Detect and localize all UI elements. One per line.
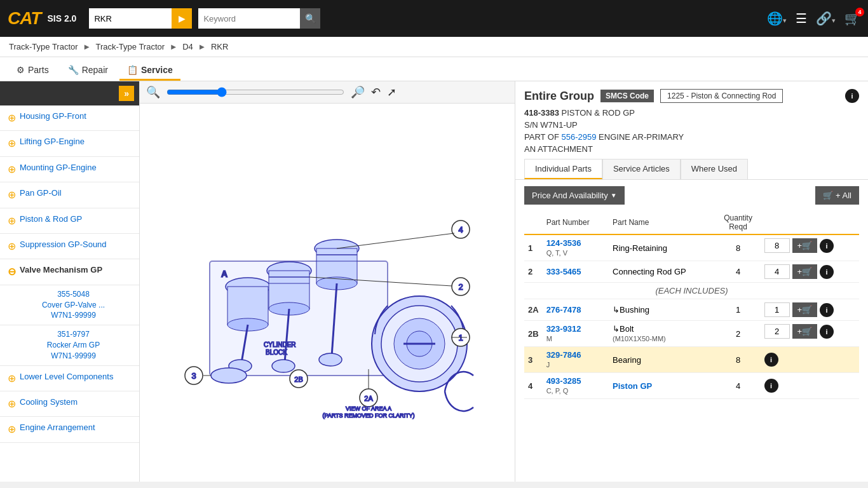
svg-text:(PARTS REMOVED FOR CLARITY): (PARTS REMOVED FOR CLARITY) — [322, 412, 414, 419]
sidebar-item-label: Pan GP-Oil — [20, 187, 62, 199]
col-qty-reqd: QuantityReqd — [715, 211, 762, 234]
sidebar-item-suppression[interactable]: ⊕ Suppression GP-Sound — [0, 234, 139, 259]
cart-icon[interactable]: 🛒 4 — [844, 11, 860, 26]
plus-icon: ⊕ — [8, 214, 16, 228]
group-info-button[interactable]: i — [845, 89, 859, 103]
dropdown-arrow-icon: ▼ — [611, 192, 617, 199]
sidebar-item-piston-rod[interactable]: ⊕ Piston & Rod GP — [0, 208, 139, 234]
each-includes-row: (EACH INCLUDES) — [524, 283, 859, 299]
menu-icon[interactable]: ☰ — [796, 11, 807, 26]
sidebar-item-housing-front[interactable]: ⊕ Housing GP-Front — [0, 105, 139, 131]
sidebar-item-label: Lower Level Components — [20, 371, 113, 383]
sidebar-collapse-button[interactable]: » — [119, 86, 134, 101]
part-info-row1: 418-3383 PISTON & ROD GP — [524, 108, 859, 118]
part-name-link[interactable]: Piston GP — [613, 381, 652, 391]
globe-icon[interactable]: 🌐▾ — [767, 11, 787, 26]
sidebar-item-mounting-engine[interactable]: ⊕ Mounting GP-Engine — [0, 157, 139, 182]
svg-text:A: A — [221, 269, 227, 279]
add-to-cart-button[interactable]: +🛒 — [792, 264, 818, 279]
sidebar-item-cooling-system[interactable]: ⊕ Cooling System — [0, 391, 139, 417]
rkr-search-input[interactable]: RKR — [89, 10, 172, 27]
tab-parts[interactable]: ⚙ Parts — [9, 61, 57, 81]
sidebar-item-label: Suppression GP-Sound — [20, 239, 107, 250]
sidebar-item-lower-level[interactable]: ⊕ Lower Level Components — [0, 366, 139, 391]
zoom-slider[interactable] — [166, 87, 344, 97]
plus-icon: ⊕ — [8, 240, 16, 254]
breadcrumb-track-type-2[interactable]: Track-Type Tractor — [96, 42, 165, 51]
smcs-value: 1225 - Piston & Connecting Rod — [660, 89, 783, 103]
part-info-button[interactable]: i — [820, 265, 834, 279]
part-number-link[interactable]: 329-7846 — [546, 350, 581, 360]
add-to-cart-button[interactable]: +🛒 — [792, 302, 818, 317]
part-info-button[interactable]: i — [820, 325, 834, 339]
row-number: 2A — [524, 299, 543, 321]
part-number-cell: 329-7846 J — [543, 347, 609, 373]
part-info-button[interactable]: i — [764, 353, 778, 367]
add-all-button[interactable]: 🛒 + All — [815, 186, 859, 205]
group-title-row: Entire Group SMCS Code 1225 - Piston & C… — [524, 89, 859, 103]
plus-icon: ⊕ — [8, 188, 16, 202]
svg-line-30 — [337, 233, 454, 248]
panel-tab-individual-parts[interactable]: Individual Parts — [524, 159, 602, 179]
tab-repair-label: Repair — [82, 65, 108, 75]
parts-table: Part Number Part Name QuantityReqd 1 124… — [524, 211, 859, 399]
qty-input[interactable] — [764, 302, 790, 317]
part-info-button[interactable]: i — [820, 303, 834, 317]
add-to-cart-button[interactable]: +🛒 — [792, 238, 818, 253]
svg-text:2B: 2B — [294, 376, 302, 383]
tab-repair[interactable]: 🔧 Repair — [60, 61, 116, 81]
sidebar-sub-355-5048[interactable]: 355-5048 Cover GP-Valve ... W7N1-99999 — [0, 285, 139, 325]
external-link-button[interactable]: ➚ — [387, 85, 397, 99]
sub-part-sn: W7N1-99999 — [14, 310, 133, 321]
svg-text:CYLINDER: CYLINDER — [264, 341, 296, 348]
svg-point-13 — [211, 368, 247, 383]
qty-input[interactable] — [764, 238, 790, 253]
part-number-link[interactable]: 276-7478 — [546, 305, 581, 315]
part-tags: C, P, Q — [546, 387, 569, 395]
breadcrumb-rkr[interactable]: RKR — [211, 42, 228, 51]
zoom-in-button[interactable]: 🔎 — [351, 85, 365, 99]
panel-tab-service-articles[interactable]: Service Articles — [602, 159, 681, 179]
sidebar-item-lifting-engine[interactable]: ⊕ Lifting GP-Engine — [0, 131, 139, 156]
panel-content: Price And Availability ▼ 🛒 + All Part Nu… — [515, 180, 868, 482]
qty-input[interactable] — [764, 264, 790, 279]
breadcrumb-track-type-1[interactable]: Track-Type Tractor — [9, 42, 78, 51]
plus-icon: ⊕ — [8, 423, 16, 437]
row-number: 3 — [524, 347, 543, 373]
tab-parts-label: Parts — [28, 65, 49, 75]
sidebar-item-label: Lifting GP-Engine — [20, 136, 85, 147]
link-icon[interactable]: 🔗▾ — [816, 11, 836, 26]
zoom-out-button[interactable]: 🔍 — [146, 85, 160, 99]
reset-view-button[interactable]: ↶ — [371, 85, 381, 99]
part-number-link[interactable]: 493-3285 — [546, 376, 581, 386]
part-number-link[interactable]: 124-3536 — [546, 238, 581, 248]
part-number-link[interactable]: 323-9312 — [546, 324, 581, 334]
sidebar-item-pan-oil[interactable]: ⊕ Pan GP-Oil — [0, 182, 139, 208]
sidebar-sub-351-9797[interactable]: 351-9797 Rocker Arm GP W7N1-99999 — [0, 325, 139, 365]
table-row: 3 329-7846 J Bearing 8 i — [524, 347, 859, 373]
price-availability-button[interactable]: Price And Availability ▼ — [524, 186, 625, 205]
part-of-link[interactable]: 556-2959 — [562, 132, 597, 142]
part-info-button[interactable]: i — [764, 379, 778, 393]
diagram-canvas: CYLINDER BLOCK — [140, 104, 515, 482]
add-to-cart-button[interactable]: +🛒 — [792, 324, 818, 339]
qty-reqd-cell: 1 — [715, 299, 762, 321]
keyword-search-box: 🔍 — [198, 8, 320, 29]
row-number: 2B — [524, 321, 543, 347]
part-number: 418-3383 — [524, 108, 559, 118]
cat-logo: CAT — [8, 8, 41, 29]
sidebar-item-engine-arrangement[interactable]: ⊕ Engine Arrangement — [0, 417, 139, 442]
part-info-button[interactable]: i — [820, 239, 834, 253]
keyword-search-button[interactable]: 🔍 — [300, 8, 320, 29]
breadcrumb-d4[interactable]: D4 — [182, 42, 193, 51]
rkr-search-button[interactable]: ▶ — [172, 8, 192, 29]
part-number-link[interactable]: 333-5465 — [546, 267, 581, 276]
tab-service[interactable]: 📋 Service — [119, 61, 180, 81]
row-number: 4 — [524, 373, 543, 399]
actions-cell: +🛒 i — [762, 299, 859, 320]
plus-icon: ⊕ — [8, 137, 16, 151]
panel-tab-where-used[interactable]: Where Used — [681, 159, 748, 179]
sidebar-item-valve-mechanism[interactable]: ⊖ Valve Mechanism GP — [0, 259, 139, 285]
qty-input[interactable] — [764, 324, 790, 339]
keyword-search-input[interactable] — [198, 10, 300, 27]
